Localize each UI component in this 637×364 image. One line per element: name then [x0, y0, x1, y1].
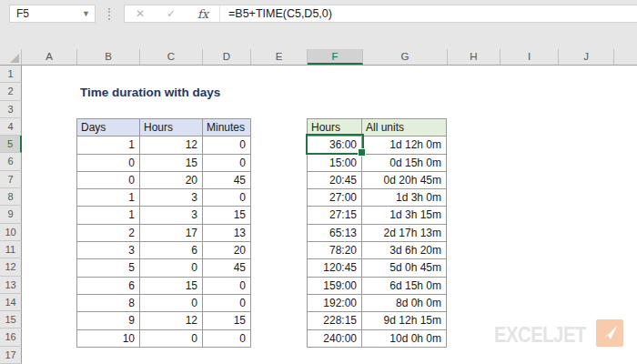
row-header[interactable]: 14 [0, 294, 22, 311]
input-table-header-cell[interactable]: Days [77, 119, 140, 136]
cell-days[interactable]: 5 [77, 259, 140, 277]
cell-hours[interactable]: 15 [140, 155, 203, 172]
cell-minutes[interactable]: 45 [203, 172, 251, 189]
cell-hours[interactable]: 0 [140, 295, 203, 312]
column-header-a[interactable]: A [22, 49, 77, 65]
cell-days[interactable]: 0 [77, 155, 140, 172]
cell-total-hours[interactable]: 78:20 [308, 242, 362, 259]
column-header-d[interactable]: D [203, 49, 251, 65]
cell-days[interactable]: 2 [77, 225, 140, 242]
cell-total-hours[interactable]: 36:00 [308, 136, 362, 154]
cell-days[interactable]: 10 [77, 330, 140, 348]
input-table-header-cell[interactable]: Hours [140, 119, 203, 136]
cell-hours[interactable]: 12 [140, 136, 203, 154]
row-header[interactable]: 10 [0, 224, 22, 241]
column-header-f-selected[interactable]: F [308, 49, 363, 65]
cell-hours[interactable]: 3 [140, 207, 203, 224]
row-header[interactable]: 7 [0, 171, 22, 188]
result-table-header-cell[interactable]: All units [362, 119, 447, 136]
row-header[interactable]: 3 [0, 101, 22, 118]
cell-all-units[interactable]: 3d 6h 20m [362, 242, 447, 259]
insert-function-icon[interactable]: fx [187, 7, 219, 21]
row-header[interactable]: 13 [0, 277, 22, 294]
input-table-header-cell[interactable]: Minutes [203, 119, 251, 136]
column-header-i[interactable]: I [500, 49, 559, 65]
cell-all-units[interactable]: 1d 12h 0m [362, 136, 447, 154]
cell-all-units[interactable]: 8d 0h 0m [362, 295, 447, 312]
name-box-dropdown-icon[interactable]: ▼ [82, 9, 90, 18]
cell-all-units[interactable]: 9d 12h 15m [362, 312, 447, 329]
row-header[interactable]: 2 [0, 83, 22, 100]
cell-days[interactable]: 1 [77, 207, 140, 224]
cell-all-units[interactable]: 0d 15h 0m [362, 155, 447, 172]
row-header[interactable]: 12 [0, 258, 22, 276]
cell-all-units[interactable]: 1d 3h 0m [362, 189, 447, 207]
cell-minutes[interactable]: 0 [203, 136, 251, 154]
column-header-e[interactable]: E [251, 49, 308, 65]
cell-total-hours[interactable]: 65:13 [308, 225, 362, 242]
cell-minutes[interactable]: 0 [203, 155, 251, 172]
cell-hours[interactable]: 6 [140, 242, 203, 259]
cell-total-hours[interactable]: 15:00 [308, 155, 362, 172]
cell-minutes[interactable]: 15 [203, 312, 251, 329]
cell-total-hours[interactable]: 228:15 [308, 312, 362, 329]
cell-total-hours[interactable]: 192:00 [308, 295, 362, 312]
cell-minutes[interactable]: 45 [203, 259, 251, 277]
cell-days[interactable]: 9 [77, 312, 140, 329]
cell-all-units[interactable]: 0d 20h 45m [362, 172, 447, 189]
cell-minutes[interactable]: 0 [203, 295, 251, 312]
cell-total-hours[interactable]: 27:00 [308, 189, 362, 207]
fill-handle[interactable] [358, 148, 366, 157]
row-header[interactable]: 16 [0, 329, 22, 346]
row-header[interactable]: 5 [0, 136, 22, 153]
cell-days[interactable]: 8 [77, 295, 140, 312]
cell-hours[interactable]: 15 [140, 278, 203, 295]
sheet-title[interactable]: Time duration with days [80, 84, 220, 101]
name-box[interactable]: F5 ▼ [9, 5, 96, 23]
cell-hours[interactable]: 0 [140, 259, 203, 277]
cell-total-hours[interactable]: 240:00 [308, 330, 362, 348]
result-table-header-cell[interactable]: Hours [308, 119, 362, 136]
cell-days[interactable]: 3 [77, 242, 140, 259]
cell-all-units[interactable]: 2d 17h 13m [362, 225, 447, 242]
cell-hours[interactable]: 17 [140, 225, 203, 242]
row-header[interactable]: 17 [0, 347, 22, 364]
row-header[interactable]: 9 [0, 206, 22, 223]
cell-days[interactable]: 0 [77, 172, 140, 189]
cell-minutes[interactable]: 15 [203, 207, 251, 224]
row-header[interactable]: 8 [0, 188, 22, 206]
row-header[interactable]: 15 [0, 311, 22, 329]
row-header[interactable]: 1 [0, 66, 22, 83]
column-header-h[interactable]: H [448, 49, 500, 65]
cell-total-hours[interactable]: 159:00 [308, 278, 362, 295]
select-all-button[interactable] [0, 49, 22, 65]
cell-all-units[interactable]: 10d 0h 0m [362, 330, 447, 348]
cell-total-hours[interactable]: 27:15 [308, 207, 362, 224]
cell-days[interactable]: 1 [77, 189, 140, 207]
cell-minutes[interactable]: 20 [203, 242, 251, 259]
column-header-c[interactable]: C [140, 49, 203, 65]
row-header[interactable]: 6 [0, 153, 22, 170]
column-header-partial[interactable] [614, 49, 637, 65]
enter-icon[interactable]: ✓ [156, 7, 187, 20]
cell-hours[interactable]: 0 [140, 330, 203, 348]
column-header-g[interactable]: G [363, 49, 448, 65]
cell-total-hours[interactable]: 20:45 [308, 172, 362, 189]
cell-all-units[interactable]: 1d 3h 15m [362, 207, 447, 224]
cell-days[interactable]: 6 [77, 278, 140, 295]
cell-minutes[interactable]: 13 [203, 225, 251, 242]
cell-total-hours[interactable]: 120:45 [308, 259, 362, 277]
cell-minutes[interactable]: 0 [203, 330, 251, 348]
row-header[interactable]: 4 [0, 118, 22, 136]
cell-all-units[interactable]: 5d 0h 45m [362, 259, 447, 277]
formula-input[interactable]: =B5+TIME(C5,D5,0) [228, 7, 332, 20]
cell-hours[interactable]: 12 [140, 312, 203, 329]
cell-all-units[interactable]: 6d 15h 0m [362, 278, 447, 295]
cell-minutes[interactable]: 0 [203, 189, 251, 207]
cancel-icon[interactable]: ✕ [125, 7, 156, 20]
column-header-j[interactable]: J [559, 49, 614, 65]
cell-minutes[interactable]: 0 [203, 278, 251, 295]
row-header[interactable]: 11 [0, 241, 22, 258]
cell-hours[interactable]: 20 [140, 172, 203, 189]
cell-hours[interactable]: 3 [140, 189, 203, 207]
